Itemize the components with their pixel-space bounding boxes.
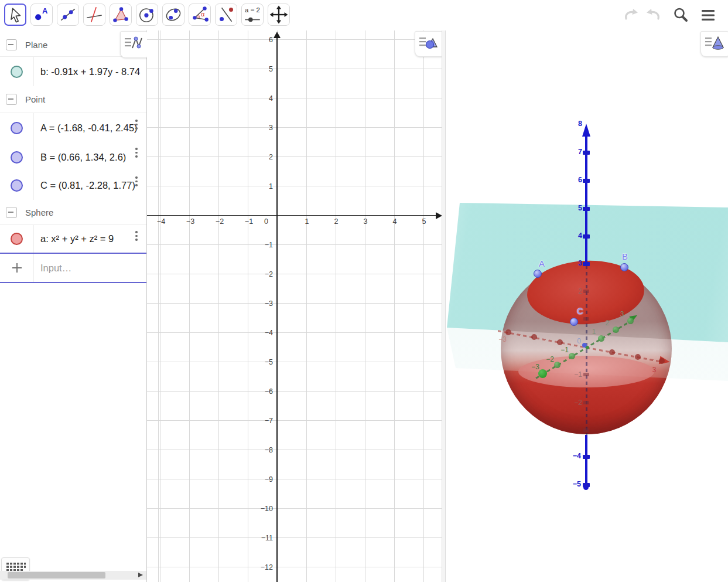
graphics-view-2d[interactable]: −4 −3 −2 −1 0 1 2 3 4 5 6 5 4 3 2 1 −1 −… (147, 30, 442, 582)
section-title: Plane (25, 40, 47, 50)
y-axis-label: −2 (544, 355, 556, 363)
view-divider[interactable] (442, 30, 446, 582)
geogebra-app: A α a = 2 (0, 0, 728, 582)
tool-polygon[interactable] (110, 4, 132, 26)
z-tick (583, 179, 590, 183)
visibility-marble-point-a[interactable] (11, 122, 23, 134)
algebra-row-point-b[interactable]: B = (0.66, 1.34, 2.6) (0, 143, 146, 172)
tool-reflection[interactable] (215, 4, 237, 26)
y-tick: −11 (255, 534, 273, 542)
tool-line[interactable] (57, 4, 79, 26)
x-tick: 1 (298, 217, 316, 226)
angle-alpha-label: α (201, 11, 204, 18)
z-tick-hidden (583, 373, 589, 376)
y-tick: −3 (255, 299, 273, 308)
algebra-horizontal-scrollbar (0, 571, 146, 580)
origin-label: 0 (570, 337, 581, 345)
z-axis-label: 5 (566, 204, 582, 212)
y-tick: −1 (255, 241, 273, 249)
toolbar: A α a = 2 (0, 0, 728, 31)
y-tick: −7 (255, 417, 273, 425)
tool-slider[interactable]: a = 2 (241, 4, 264, 26)
z-axis-label-hidden: −2 (566, 399, 582, 407)
x-tick-dot (609, 349, 615, 355)
y-tick: 1 (255, 182, 273, 190)
redo-icon (644, 16, 662, 26)
x-axis-label: 3 (649, 366, 659, 374)
tool-perpendicular-line[interactable] (83, 4, 105, 26)
point-c[interactable] (570, 318, 578, 326)
undo-button[interactable] (622, 6, 641, 25)
x-tick: −1 (240, 217, 258, 226)
algebra-style-bar-button[interactable] (120, 31, 148, 58)
row-menu-point-a[interactable] (135, 120, 138, 130)
tool-move[interactable] (4, 4, 26, 26)
algebra-view: Plane b: -0.91x + 1.97y - 8.74 Point A =… (0, 30, 147, 582)
tool-angle[interactable]: α (189, 4, 211, 26)
expression-point-c: C = (0.81, -2.28, 1.77) (34, 180, 135, 191)
z-axis-label: 8 (566, 120, 582, 128)
z-tick-hidden (583, 290, 589, 293)
add-expression-icon[interactable] (12, 263, 22, 273)
graphics-view-3d[interactable]: 8 7 6 5 4 3 2 −1 −2 −4 −5 1 2 3 −1 −2 −3 (446, 30, 728, 582)
scrollbar-right-arrow[interactable] (138, 573, 143, 577)
graphics3d-style-bar-button[interactable] (700, 31, 728, 57)
algebra-row-point-c[interactable]: C = (0.81, -2.28, 1.77) (0, 171, 146, 200)
tool-move-graphics-view[interactable] (268, 4, 290, 26)
z-tick-hidden (583, 428, 589, 432)
algebra-row-plane-b[interactable]: b: -0.91x + 1.97y - 8.74 (0, 57, 146, 87)
row-menu-sphere-a[interactable] (135, 231, 138, 241)
z-axis-label: 7 (566, 148, 582, 156)
y-axis-label: 2 (601, 319, 614, 327)
y-tick: 5 (255, 65, 273, 73)
collapse-plane-button[interactable] (6, 39, 17, 50)
algebra-row-point-a[interactable]: A = (-1.68, -0.41, 2.45) (0, 113, 146, 144)
algebra-style-icon (121, 48, 146, 58)
z-tick (583, 483, 590, 487)
tool-conic[interactable] (162, 4, 184, 26)
redo-button[interactable] (644, 6, 662, 25)
z-axis-label: 6 (566, 176, 582, 184)
collapse-point-button[interactable] (6, 94, 17, 105)
point-a[interactable] (534, 270, 542, 278)
y-tick: −8 (255, 446, 273, 454)
graphics2d-style-bar-button[interactable] (415, 31, 443, 57)
menu-button[interactable] (699, 6, 717, 25)
collapse-sphere-button[interactable] (6, 207, 17, 218)
y-axis-label: −1 (558, 346, 571, 354)
tool-circle-with-center[interactable] (136, 4, 158, 26)
point-tool-letter: A (42, 6, 47, 15)
visibility-marble-point-c[interactable] (11, 179, 23, 192)
z-axis-label: 4 (566, 232, 582, 240)
tool-point[interactable]: A (30, 4, 53, 26)
x-tick: 3 (357, 217, 374, 226)
y-axis-label: 1 (587, 328, 600, 336)
algebra-input[interactable] (34, 262, 129, 274)
visibility-marble-point-b[interactable] (11, 151, 23, 164)
z-axis-label: 3 (566, 259, 582, 267)
row-menu-point-c[interactable] (135, 176, 138, 186)
expression-sphere-a: a: x² + y² + z² = 9 (34, 233, 114, 244)
point-a-label: A (539, 258, 545, 268)
z-tick (583, 262, 590, 266)
scrollbar-thumb[interactable] (8, 572, 105, 578)
algebra-row-sphere-a[interactable]: a: x² + y² + z² = 9 (0, 225, 146, 253)
x-tick: 2 (327, 217, 345, 226)
y-axis (276, 36, 278, 582)
search-icon (671, 16, 690, 26)
point-b[interactable] (620, 263, 628, 271)
row-menu-point-b[interactable] (135, 148, 138, 158)
z-tick (583, 455, 590, 459)
z-tick (583, 234, 590, 239)
visibility-marble-plane[interactable] (11, 66, 23, 78)
search-button[interactable] (671, 6, 690, 25)
graphics3d-style-icon (701, 47, 727, 57)
y-tick: −6 (255, 387, 273, 396)
algebra-input-row[interactable] (0, 254, 146, 282)
visibility-marble-sphere[interactable] (11, 233, 23, 245)
point-c-label: C (577, 306, 583, 316)
z-tick (583, 151, 590, 155)
x-tick: −4 (152, 217, 170, 226)
section-header-sphere: Sphere (0, 200, 146, 225)
z-axis-label: −4 (563, 452, 581, 460)
